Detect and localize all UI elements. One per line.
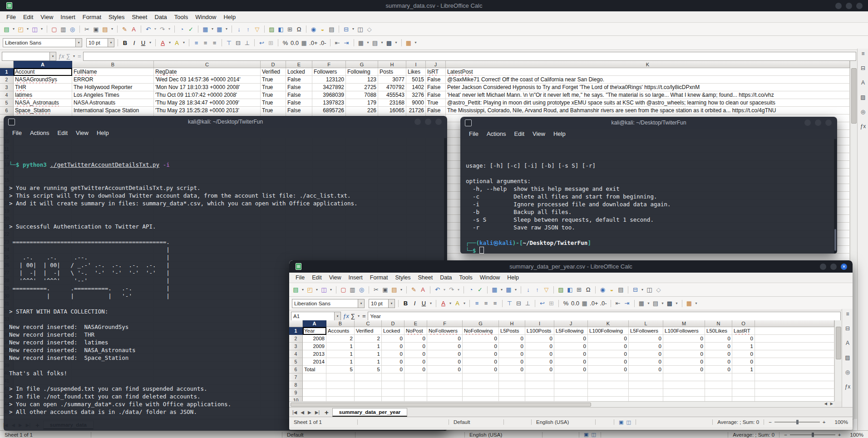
cell[interactable]: The Hollywood Reporter [72, 84, 154, 91]
rows-dropdown-icon[interactable]: ▾ [500, 286, 503, 294]
cell[interactable]: True [261, 91, 286, 99]
select-all-corner[interactable] [289, 320, 303, 327]
chevron-down-icon[interactable]: ▾ [358, 299, 364, 308]
format-number-icon[interactable]: 0.0 [571, 299, 579, 307]
align-right-icon[interactable]: ≡ [491, 299, 499, 307]
spelling-icon[interactable]: ✓ [476, 286, 484, 294]
font-name-combo[interactable]: Liberation Sans ▾ [3, 38, 82, 47]
cell[interactable]: NASA Astronauts [72, 99, 154, 107]
cell[interactable]: @astro_Pettit: Playing in moon dirt usin… [446, 99, 850, 107]
column-header-A[interactable]: A [303, 320, 326, 327]
highlight-dropdown-icon[interactable]: ▾ [182, 39, 186, 47]
cell[interactable]: Locked [286, 68, 312, 76]
cell[interactable]: 0 [499, 350, 525, 358]
cell[interactable]: 226 [346, 107, 378, 114]
cell[interactable]: NoFollowing [463, 327, 499, 335]
cell[interactable]: 0 [463, 350, 499, 358]
zoom-in-icon[interactable]: + [823, 419, 826, 425]
cell[interactable]: 0 [588, 366, 629, 373]
column-header-E[interactable]: E [286, 61, 312, 68]
cell[interactable] [499, 381, 525, 389]
add-sheet-button[interactable]: + [322, 408, 331, 416]
cell[interactable] [326, 397, 355, 401]
cell[interactable]: 0 [705, 343, 732, 350]
cell[interactable]: False [426, 84, 446, 91]
redo-icon[interactable]: ↷ [448, 286, 455, 294]
delete-decimal-icon[interactable]: .0- [600, 299, 607, 307]
terminal-menu-actions[interactable]: Actions [26, 129, 54, 136]
open-folder-icon[interactable]: ◰ [17, 25, 25, 33]
font-color-dropdown-icon[interactable]: ▾ [168, 39, 172, 47]
align-left-icon[interactable]: ≡ [192, 39, 200, 47]
autosum-icon[interactable]: ∑ [66, 53, 70, 60]
column-header-I[interactable]: I [406, 61, 426, 68]
sheet-tab[interactable]: summary_data_per_year [332, 408, 408, 417]
underline-icon[interactable]: U [139, 39, 147, 47]
selection-mode-icon[interactable]: ▣ [619, 419, 623, 425]
insert-columns-icon[interactable]: ▦ [216, 25, 223, 33]
language-indicator[interactable]: English (USA) [532, 419, 595, 425]
background-color-icon[interactable]: ▩ [385, 39, 393, 47]
cell[interactable]: True [426, 99, 446, 107]
minimize-button[interactable] [820, 264, 826, 270]
pivot-table-icon[interactable]: ⊞ [575, 286, 583, 294]
save-dropdown-icon[interactable]: ▾ [329, 286, 333, 294]
terminal-menu-help[interactable]: Help [549, 130, 570, 137]
gallery-deck-icon[interactable]: ▨ [845, 354, 850, 361]
cell[interactable]: Verified [355, 327, 382, 335]
conditional-formatting-icon[interactable]: ▦ [405, 39, 413, 47]
row-header-4[interactable]: 4 [289, 350, 303, 358]
cell[interactable]: 23168 [378, 99, 406, 107]
border-style-dropdown-icon[interactable]: ▾ [380, 39, 384, 47]
cell[interactable]: 0 [663, 335, 705, 343]
cell[interactable] [355, 373, 382, 381]
hyperlink-icon[interactable]: ◉ [310, 25, 317, 33]
cell[interactable]: LastRT [732, 327, 755, 335]
row-header-3[interactable]: 3 [289, 343, 303, 350]
cell[interactable]: 0 [463, 335, 499, 343]
cell[interactable] [705, 397, 732, 401]
cell[interactable] [404, 373, 427, 381]
terminal-output[interactable]: usage: [-h] [-c] [-i] [-b] [-s S] [-r]op… [460, 139, 837, 254]
cell[interactable]: 0 [499, 358, 525, 366]
navigator-deck-icon[interactable]: ◎ [861, 109, 865, 115]
add-decimal-icon[interactable]: .0+ [590, 299, 598, 307]
background-dropdown-icon[interactable]: ▾ [395, 39, 398, 47]
sidebar-menu-icon[interactable]: ≡ [846, 311, 849, 317]
cell[interactable]: 0 [663, 358, 705, 366]
autosum-icon[interactable]: ∑ [351, 313, 355, 319]
column-header-K[interactable]: K [446, 61, 850, 68]
headers-footers-icon[interactable]: ▤ [328, 25, 335, 33]
close-button[interactable] [435, 119, 442, 125]
styles-deck-icon[interactable]: A [846, 340, 849, 346]
cell[interactable]: False [426, 76, 446, 84]
page-style[interactable]: Default [282, 432, 355, 438]
cell[interactable]: 0 [588, 358, 629, 366]
column-header-F[interactable]: F [427, 320, 463, 327]
open-dropdown-icon[interactable]: ▾ [315, 286, 319, 294]
cell[interactable] [525, 381, 554, 389]
cell[interactable]: L50Likes [705, 327, 732, 335]
menu-styles[interactable]: Styles [391, 274, 414, 282]
cell[interactable] [588, 381, 629, 389]
freeze-dropdown-icon[interactable]: ▾ [641, 286, 644, 294]
cell[interactable] [355, 397, 382, 401]
copy-icon[interactable]: ▣ [381, 286, 389, 294]
cell[interactable] [404, 389, 427, 397]
terminal-scrollbar[interactable] [834, 139, 837, 254]
close-button[interactable] [825, 119, 832, 126]
properties-deck-icon[interactable]: ⊟ [845, 325, 850, 332]
minimize-button[interactable] [835, 3, 842, 9]
cell[interactable]: False [286, 84, 312, 91]
cell[interactable]: 'Wed Dec 03 14:57:36 +0000 2014' [154, 76, 261, 84]
terminal-menu-view[interactable]: View [72, 129, 93, 136]
navigator-deck-icon[interactable]: ◎ [845, 369, 850, 375]
column-header-D[interactable]: D [382, 320, 404, 327]
menu-format[interactable]: Format [79, 13, 105, 21]
cell[interactable]: NASA_Astronauts [14, 99, 72, 107]
cell[interactable]: 0 [629, 366, 663, 373]
insert-image-icon[interactable]: ▨ [268, 25, 276, 33]
cell[interactable]: 0 [463, 343, 499, 350]
pivot-table-icon[interactable]: ⊞ [286, 25, 294, 33]
chevron-down-icon[interactable]: ▾ [108, 39, 114, 47]
